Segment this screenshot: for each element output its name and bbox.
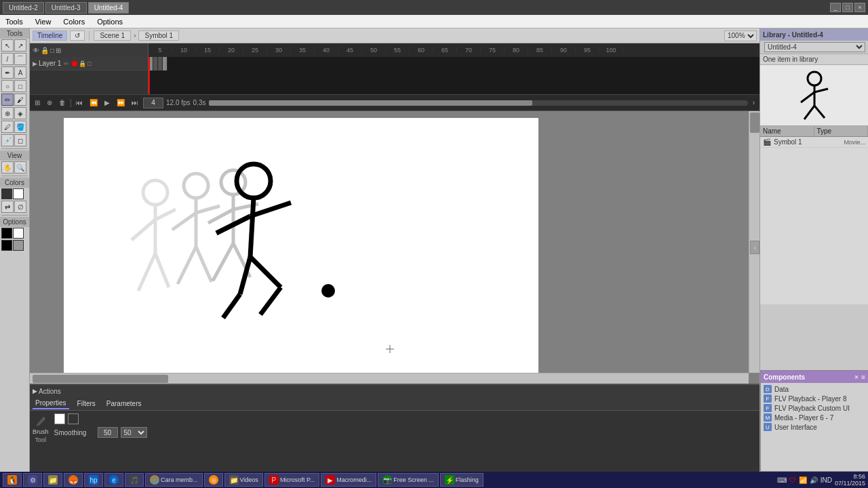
- add-layer-btn[interactable]: ⊞: [33, 98, 42, 107]
- taskbar-btn-orange[interactable]: ⊕: [204, 473, 223, 487]
- taskbar-btn-flashing[interactable]: ⚡ Flashing: [440, 473, 484, 487]
- tool-rect[interactable]: □: [14, 80, 26, 92]
- menu-tools[interactable]: Tools: [3, 16, 26, 27]
- taskbar-btn-flash[interactable]: ▶ Macromedi...: [321, 473, 376, 487]
- taskbar-btn-media[interactable]: 🎵: [125, 473, 144, 487]
- playhead[interactable]: [149, 57, 150, 94]
- tool-zoom[interactable]: 🔍: [14, 161, 26, 174]
- step-back-btn[interactable]: ⏪: [87, 98, 100, 107]
- hscroll-thumb[interactable]: [33, 375, 168, 383]
- timeline-btn[interactable]: Timeline: [33, 30, 67, 41]
- menu-colors[interactable]: Colors: [60, 16, 87, 27]
- taskbar-btn-firefox[interactable]: 🦊: [64, 473, 83, 487]
- comp-item-3[interactable]: M Media - Player 6 - 7: [762, 413, 867, 422]
- taskbar-btn-videos[interactable]: 📁 Videos: [224, 473, 263, 487]
- library-file-select[interactable]: Untitled-4 Untitled-2 Untitled-3: [764, 42, 865, 52]
- lib-col-type[interactable]: Type: [814, 126, 869, 136]
- taskbar-btn-files[interactable]: 📁: [43, 473, 62, 487]
- current-frame-input[interactable]: 4: [143, 98, 163, 108]
- eye-icon[interactable]: 👁: [33, 47, 39, 54]
- stroke-color[interactable]: [1, 188, 12, 199]
- delete-layer-btn[interactable]: 🗑: [57, 98, 68, 107]
- comp-item-1[interactable]: F FLV Playback - Player 8: [762, 394, 867, 403]
- go-end-btn[interactable]: ⏭: [130, 98, 140, 107]
- no-color[interactable]: ∅: [14, 201, 26, 213]
- minimize-btn[interactable]: _: [830, 3, 841, 12]
- color-white[interactable]: [13, 228, 24, 239]
- taskbar-btn-ie[interactable]: e: [104, 473, 123, 487]
- tool-line[interactable]: /: [1, 53, 14, 65]
- tab-filters[interactable]: Filters: [75, 399, 98, 409]
- tool-eyedrop[interactable]: 💉: [1, 134, 14, 146]
- outline-icon[interactable]: □: [50, 47, 54, 54]
- tool-subselect[interactable]: ↗: [14, 39, 26, 52]
- tool-arrow[interactable]: ↖: [1, 39, 14, 52]
- add-motion-btn[interactable]: ⊕: [45, 98, 54, 107]
- frame-4[interactable]: [163, 57, 167, 70]
- stage-canvas[interactable]: [64, 118, 538, 384]
- lock-icon[interactable]: 🔒: [41, 47, 49, 54]
- vscroll-thumb[interactable]: [750, 113, 760, 133]
- taskbar-btn-screen[interactable]: 📷 Free Screen ...: [378, 473, 439, 487]
- components-close-btn[interactable]: ×: [854, 373, 859, 381]
- lib-col-name[interactable]: Name: [760, 126, 814, 136]
- layer-lock[interactable]: 🔒: [79, 60, 86, 67]
- step-fwd-btn[interactable]: ⏩: [115, 98, 127, 107]
- timeline-refresh[interactable]: ↺: [70, 30, 85, 41]
- scene-tab[interactable]: Scene 1: [94, 30, 131, 41]
- security-icon[interactable]: 🛡: [789, 476, 796, 484]
- tool-lasso[interactable]: ⌒: [14, 53, 26, 65]
- tool-oval[interactable]: ○: [1, 80, 14, 92]
- components-menu-btn[interactable]: ≡: [861, 373, 865, 381]
- frame-2[interactable]: [153, 57, 158, 70]
- volume-icon[interactable]: 🔊: [810, 476, 818, 484]
- frame-3[interactable]: [158, 57, 163, 70]
- tool-fill[interactable]: ◈: [14, 107, 26, 119]
- maximize-btn[interactable]: □: [842, 3, 853, 12]
- frames-area[interactable]: [149, 57, 760, 94]
- tool-pencil[interactable]: ✏: [1, 94, 14, 106]
- timeline-scrollbar-thumb[interactable]: [209, 100, 532, 106]
- taskbar-btn-system[interactable]: ⚙: [23, 473, 42, 487]
- color-gray[interactable]: [13, 240, 24, 251]
- layer-outline[interactable]: □: [87, 60, 91, 67]
- scroll-right-btn[interactable]: ›: [751, 98, 757, 107]
- tab-properties[interactable]: Properties: [33, 398, 69, 409]
- lib-item-0[interactable]: 🎬 Symbol 1 Movie...: [760, 137, 868, 148]
- zoom-select[interactable]: 100% 50% 200%: [724, 30, 757, 41]
- taskbar-btn-cara[interactable]: 🌐 Cara memb...: [145, 473, 203, 487]
- new-layer-icon[interactable]: ⊞: [56, 47, 61, 54]
- color-black[interactable]: [1, 228, 12, 239]
- taskbar-btn-hp[interactable]: hp: [84, 473, 103, 487]
- timeline-scrollbar[interactable]: [209, 100, 748, 106]
- smoothing-dropdown[interactable]: 50 0 100: [121, 427, 147, 438]
- comp-item-0[interactable]: D Data: [762, 384, 867, 394]
- layer-1-row[interactable]: ▶ Layer 1 ✏ 🔒 □: [30, 57, 148, 70]
- title-tab-3[interactable]: Untitled-4: [88, 2, 130, 14]
- symbol-tab[interactable]: Symbol 1: [138, 30, 179, 41]
- go-start-btn[interactable]: ⏮: [74, 98, 85, 107]
- smoothing-input[interactable]: [98, 427, 118, 438]
- tool-paint[interactable]: 🪣: [14, 121, 26, 133]
- network-icon[interactable]: 📶: [799, 476, 807, 484]
- play-btn[interactable]: ▶: [102, 98, 112, 107]
- taskbar-btn-msoffice[interactable]: P Microsoft P...: [264, 473, 319, 487]
- title-tab-2[interactable]: Untitled-3: [45, 2, 87, 14]
- menu-view[interactable]: View: [33, 16, 54, 27]
- tool-freexform[interactable]: ⊕: [1, 107, 14, 119]
- tool-eraser[interactable]: ◻: [14, 134, 26, 146]
- fill-color[interactable]: [13, 188, 24, 199]
- start-btn[interactable]: 🐧: [3, 473, 22, 487]
- actions-toggle[interactable]: ▶: [33, 388, 37, 394]
- tool-ink[interactable]: 🖊: [1, 121, 14, 133]
- fill-color-swatch[interactable]: [68, 413, 79, 424]
- title-tab-1[interactable]: Untitled-2: [3, 2, 44, 14]
- color-black2[interactable]: [1, 240, 12, 251]
- tab-parameters[interactable]: Parameters: [104, 399, 144, 409]
- stroke-color-swatch[interactable]: [54, 413, 65, 424]
- comp-item-4[interactable]: U User Interface: [762, 422, 867, 432]
- swap-colors[interactable]: ⇄: [1, 201, 14, 213]
- canvas-area[interactable]: ›: [30, 111, 760, 384]
- tool-brush[interactable]: 🖌: [14, 94, 26, 106]
- expand-right-btn[interactable]: ›: [750, 241, 760, 254]
